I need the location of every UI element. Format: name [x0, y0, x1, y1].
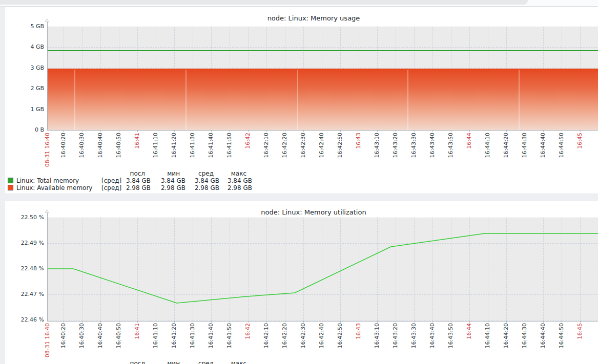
x-tick-mark: [303, 130, 304, 132]
legend-header-row: посл мин сред макс: [8, 170, 252, 177]
x-tick-label: 16:42:20: [281, 323, 288, 348]
memory-usage-x-axis: 08-31 16:4016:40:2016:40:3016:40:4016:40…: [47, 133, 598, 174]
legend-value-max: 3.84 GB: [219, 177, 252, 184]
x-tick-label: 16:42:30: [300, 323, 306, 348]
x-tick-label: 16:41:10: [152, 323, 159, 348]
x-tick-mark: [488, 321, 488, 323]
graph-title: node: Linux: Memory usage: [47, 14, 580, 22]
y-tick-label: 1 GB: [5, 106, 44, 113]
legend-series-func: [сред]: [101, 177, 122, 184]
legend-header-max: макс: [219, 360, 252, 364]
legend-swatch-available-memory: [8, 185, 13, 190]
gradient-seam: [407, 70, 408, 130]
x-grid-line: [506, 218, 507, 321]
x-tick-label: 16:44:10: [484, 323, 491, 348]
y-grid-line: [48, 27, 598, 27]
memory-usage-y-axis: 5 GB4 GB3 GB2 GB1 GB0 B: [5, 27, 44, 134]
x-tick-mark: [451, 130, 451, 132]
x-tick-mark: [396, 321, 396, 323]
legend-value-last: 2.98 GB: [122, 184, 151, 191]
legend-value-last: 3.84 GB: [122, 177, 151, 184]
x-tick-mark: [322, 130, 322, 132]
x-tick-label: 16:44:30: [521, 133, 528, 158]
x-tick-mark: [82, 321, 83, 323]
x-grid-line: [340, 218, 341, 321]
x-tick-mark: [230, 321, 230, 323]
x-grid-line: [211, 218, 212, 321]
x-tick-mark: [82, 130, 83, 132]
gradient-seam: [519, 70, 520, 130]
x-tick-mark: [377, 321, 378, 323]
x-tick-label: 16:45: [576, 323, 583, 339]
x-tick-mark: [266, 321, 267, 323]
x-grid-line: [488, 218, 488, 321]
x-grid-line: [266, 218, 267, 321]
x-tick-mark: [137, 321, 138, 323]
x-tick-label: 16:42:10: [263, 323, 270, 348]
x-tick-label: 16:44:10: [484, 133, 491, 158]
memory-utilization-x-axis: 08-31 16:4016:40:2016:40:3016:40:4016:40…: [47, 323, 598, 364]
x-tick-mark: [543, 321, 544, 323]
x-tick-mark: [174, 130, 175, 132]
x-tick-mark: [451, 321, 451, 323]
x-tick-mark: [432, 321, 433, 323]
legend-row-total-memory: Linux: Total memory [сред] 3.84 GB 3.84 …: [8, 177, 252, 184]
x-tick-mark: [340, 130, 341, 132]
y-tick-label: 22.48 %: [5, 266, 44, 272]
x-tick-mark: [488, 130, 488, 132]
x-tick-mark: [137, 130, 138, 132]
graph-widget-memory-utilization: node: Linux: Memory utilization △ 22.50 …: [4, 201, 598, 364]
x-tick-mark: [248, 321, 249, 323]
x-tick-label: 16:40:40: [97, 323, 104, 348]
memory-usage-plot[interactable]: [47, 27, 598, 131]
memory-utilization-plot[interactable]: [47, 218, 598, 322]
x-tick-label: 16:44: [466, 133, 472, 149]
x-tick-label: 16:43: [355, 323, 362, 339]
x-tick-label: 16:40:30: [78, 133, 85, 158]
legend-series-func: [сред]: [101, 184, 122, 191]
x-grid-line: [396, 218, 396, 321]
x-tick-label: 16:42: [244, 133, 251, 149]
x-tick-label: 16:42:50: [337, 133, 343, 158]
x-grid-line: [174, 218, 175, 321]
x-grid-line: [562, 218, 562, 321]
x-tick-label: 16:41:50: [226, 323, 233, 348]
legend-header-last: посл: [122, 170, 151, 177]
x-tick-label: 16:43:40: [429, 323, 436, 348]
x-grid-line: [119, 218, 119, 321]
x-tick-mark: [285, 130, 285, 132]
x-tick-mark: [174, 321, 175, 323]
x-grid-line: [248, 218, 249, 321]
x-tick-label: 16:45: [576, 133, 583, 149]
x-tick-mark: [156, 321, 156, 323]
browser-top-strip: [0, 0, 598, 7]
x-tick-label: 16:41: [134, 133, 140, 149]
x-grid-line: [543, 218, 544, 321]
x-tick-mark: [432, 130, 433, 132]
y-tick-label: 4 GB: [5, 44, 44, 50]
y-tick-label: 22.50 %: [5, 215, 44, 221]
x-grid-line: [100, 218, 101, 321]
x-tick-mark: [230, 130, 230, 132]
y-tick-label: 2 GB: [5, 85, 44, 92]
x-tick-mark: [193, 130, 193, 132]
x-tick-mark: [211, 130, 212, 132]
x-tick-label: 16:44:30: [521, 323, 528, 348]
x-grid-line: [580, 218, 581, 321]
x-tick-label: 08-31 16:40: [44, 323, 51, 357]
legend-value-min: 2.98 GB: [151, 184, 185, 191]
x-tick-label: 16:43:50: [447, 323, 454, 348]
x-grid-line: [525, 218, 525, 321]
x-tick-mark: [156, 130, 156, 132]
memory-utilization-y-axis: 22.50 %22.49 %22.48 %22.47 %22.46 %: [5, 218, 44, 325]
x-tick-label: 16:40:40: [97, 133, 104, 158]
x-tick-label: 16:43:30: [410, 323, 417, 348]
x-tick-label: 16:40:20: [60, 323, 67, 348]
legend-header-max: макс: [219, 170, 252, 177]
x-grid-line: [137, 218, 138, 321]
x-tick-mark: [580, 321, 581, 323]
x-tick-label: 16:43:50: [447, 133, 454, 158]
y-grid-line: [48, 47, 598, 48]
y-grid-line: [48, 294, 598, 295]
x-tick-label: 16:42:40: [318, 323, 325, 348]
